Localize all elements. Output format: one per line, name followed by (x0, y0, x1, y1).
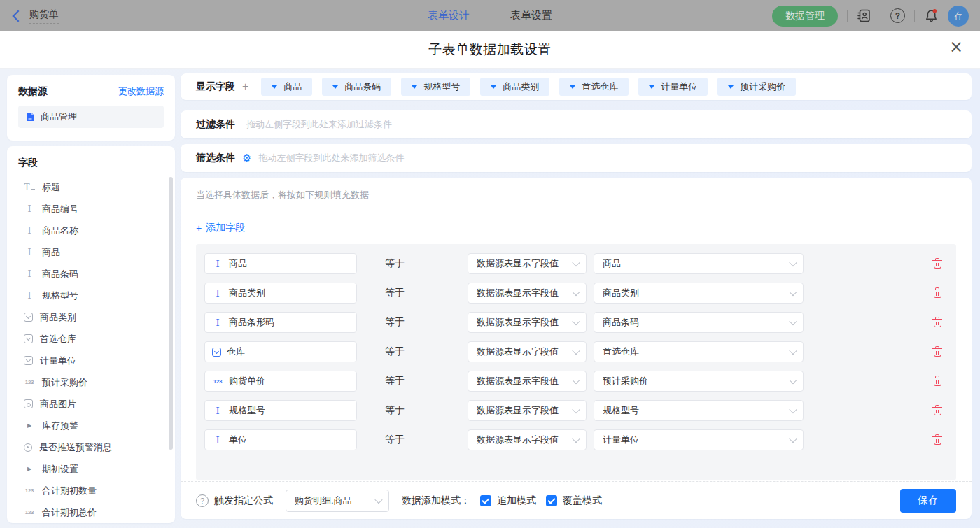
overwrite-mode-checkbox[interactable]: 覆盖模式 (546, 494, 602, 507)
append-mode-checkbox[interactable]: 追加模式 (480, 494, 536, 507)
field-item[interactable]: 商品条码 (18, 263, 175, 285)
field-item[interactable]: 规格型号 (18, 285, 175, 306)
field-item[interactable]: 合计期初数量 (18, 480, 175, 501)
rule-value-select[interactable]: 商品条码 (594, 312, 804, 333)
scrollbar-thumb[interactable] (169, 177, 173, 450)
chip-label: 商品条码 (344, 80, 381, 93)
rule-field-box[interactable]: 商品 (204, 253, 357, 274)
display-field-chip[interactable]: 首选仓库 (559, 78, 629, 96)
field-item[interactable]: 合计期初总价 (18, 501, 175, 523)
trash-icon[interactable] (932, 346, 942, 357)
display-field-chip[interactable]: 商品 (261, 78, 312, 96)
display-field-chip[interactable]: 规格型号 (401, 78, 470, 96)
display-field-chip[interactable]: 预计采购价 (718, 78, 796, 96)
save-button[interactable]: 保存 (900, 489, 956, 513)
rule-value-select[interactable]: 计量单位 (594, 429, 804, 450)
field-item[interactable]: 预计采购价 (18, 371, 175, 393)
rule-source-select[interactable]: 数据源表显示字段值 (468, 371, 587, 392)
select-icon (24, 313, 33, 322)
display-field-chip[interactable]: 商品类别 (480, 78, 550, 96)
modal-header: 子表单数据加载设置 × (0, 31, 980, 69)
trash-body (934, 320, 941, 327)
radio-icon (24, 443, 32, 452)
tab-form-design[interactable]: 表单设计 (428, 9, 470, 22)
datasource-item[interactable]: 商品管理 (18, 106, 164, 128)
field-item[interactable]: 商品名称 (18, 220, 175, 241)
divider (881, 10, 881, 22)
field-item[interactable]: 库存预警 (18, 415, 175, 436)
rule-value-select[interactable]: 首选仓库 (594, 341, 804, 362)
rule-field-box[interactable]: 仓库 (204, 341, 357, 362)
chevron-down-icon (572, 347, 580, 355)
field-label: 商品条码 (42, 268, 78, 280)
trash-icon[interactable] (932, 258, 942, 269)
field-item-title[interactable]: 标题 (18, 176, 175, 198)
document-icon (25, 112, 35, 122)
trash-icon[interactable] (932, 317, 942, 328)
form-name[interactable]: 购货单 (29, 8, 59, 24)
back-icon[interactable] (13, 10, 24, 22)
rule-source-select[interactable]: 数据源表显示字段值 (468, 429, 587, 450)
sift-dropzone[interactable]: 筛选条件 ⚙ 拖动左侧字段到此处来添加筛选条件 (181, 144, 972, 172)
avatar[interactable]: 存 (948, 6, 969, 27)
rule-field-box[interactable]: 单位 (204, 429, 357, 450)
field-item[interactable]: 计量单位 (18, 350, 175, 371)
contacts-icon[interactable] (857, 8, 872, 23)
text-icon (24, 248, 35, 257)
gear-icon[interactable]: ⚙ (242, 153, 251, 164)
divider (914, 10, 915, 22)
data-manage-button[interactable]: 数据管理 (772, 6, 838, 27)
rule-field-label: 商品类别 (229, 287, 265, 299)
rule-source-select[interactable]: 数据源表显示字段值 (468, 283, 587, 304)
rule-value-select[interactable]: 规格型号 (594, 400, 804, 421)
field-item[interactable]: 商品图片 (18, 393, 175, 415)
field-item[interactable]: 期初设置 (18, 458, 175, 480)
trash-icon[interactable] (932, 287, 942, 299)
add-field-button[interactable]: + 添加字段 (196, 222, 245, 234)
chevron-down-icon (332, 85, 338, 89)
filter-dropzone[interactable]: 过滤条件 拖动左侧字段到此处来添加过滤条件 (181, 110, 972, 138)
rule-source-select[interactable]: 数据源表显示字段值 (468, 341, 587, 362)
rule-source-select[interactable]: 数据源表显示字段值 (468, 400, 587, 421)
chip-label: 规格型号 (424, 80, 460, 93)
change-datasource-link[interactable]: 更改数据源 (118, 85, 164, 98)
trash-icon[interactable] (932, 376, 942, 387)
question-circle-icon[interactable]: ? (196, 494, 209, 507)
chip-label: 首选仓库 (582, 80, 618, 93)
rule-source-select[interactable]: 数据源表显示字段值 (468, 312, 587, 333)
rule-field-box[interactable]: 商品条形码 (204, 312, 357, 333)
formula-select[interactable]: 购货明细.商品 (286, 490, 389, 512)
fields-list: 标题 商品编号 商品名称 商品 商品条码 规格型号 商品类别 首选仓库 计量单位… (18, 176, 175, 523)
rule-field-label: 规格型号 (229, 404, 265, 417)
text-icon (212, 406, 223, 415)
select-value: 数据源表显示字段值 (477, 375, 569, 387)
notification-bell-icon[interactable] (924, 8, 939, 23)
trash-body (934, 379, 941, 386)
rule-value-select[interactable]: 预计采购价 (594, 371, 804, 392)
display-field-chip[interactable]: 计量单位 (638, 78, 708, 96)
field-item[interactable]: 商品类别 (18, 306, 175, 328)
rule-field-box[interactable]: 购货单价 (204, 371, 357, 392)
checkbox-label: 追加模式 (497, 494, 536, 507)
rule-value-select[interactable]: 商品 (594, 253, 804, 274)
display-field-chip[interactable]: 商品条码 (322, 78, 391, 96)
field-item[interactable]: 商品 (18, 241, 175, 263)
field-label: 商品图片 (40, 398, 76, 411)
number-icon (212, 378, 223, 385)
select-value: 商品 (603, 257, 786, 270)
rule-source-select[interactable]: 数据源表显示字段值 (468, 253, 587, 274)
field-item[interactable]: 首选仓库 (18, 328, 175, 350)
rule-field-box[interactable]: 商品类别 (204, 283, 357, 304)
tab-form-settings[interactable]: 表单设置 (510, 9, 552, 22)
field-item[interactable]: 是否推送预警消息 (18, 436, 175, 458)
rule-value-select[interactable]: 商品类别 (594, 283, 804, 304)
help-icon[interactable]: ? (890, 8, 905, 23)
close-icon[interactable]: × (949, 38, 963, 55)
field-item[interactable]: 商品编号 (18, 198, 175, 220)
add-display-field-button[interactable]: + (242, 80, 248, 93)
select-icon (24, 334, 33, 343)
trash-icon[interactable] (932, 434, 942, 445)
trash-icon[interactable] (932, 405, 942, 416)
rule-field-box[interactable]: 规格型号 (204, 400, 357, 421)
chevron-down-icon (649, 85, 654, 89)
